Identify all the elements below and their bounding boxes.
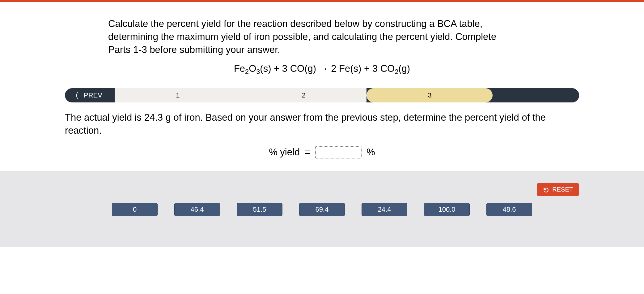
prev-label: PREV: [84, 91, 102, 99]
eq-sub: 2: [395, 68, 398, 76]
eq-part: Fe: [234, 63, 245, 74]
undo-icon: [543, 187, 549, 193]
chevron-left-icon: ⟨: [75, 91, 78, 100]
yield-unit: %: [366, 147, 375, 158]
eq-sub: 3: [256, 68, 260, 76]
yield-drop-target[interactable]: [315, 146, 362, 158]
answer-tile[interactable]: 24.4: [362, 203, 407, 216]
eq-sub: 2: [245, 68, 249, 76]
step-tab-1[interactable]: 1: [115, 88, 241, 102]
reset-label: RESET: [552, 186, 573, 193]
step-tab-3[interactable]: 3: [366, 88, 493, 102]
reset-button[interactable]: RESET: [537, 183, 579, 196]
equals-sign: =: [305, 147, 310, 158]
chemical-equation: Fe2O3(s) + 3 CO(g) → 2 Fe(s) + 3 CO2(g): [65, 63, 579, 76]
answer-tile[interactable]: 46.4: [174, 203, 220, 216]
answer-tile[interactable]: 0: [112, 203, 158, 216]
eq-part: (g): [398, 63, 410, 74]
eq-part: (s) + 3 CO(g) → 2 Fe(s) + 3 CO: [260, 63, 395, 74]
question-intro: Calculate the percent yield for the reac…: [65, 17, 579, 56]
content-area: Calculate the percent yield for the reac…: [0, 2, 644, 247]
answer-tile[interactable]: 48.6: [486, 203, 532, 216]
answer-tile[interactable]: 100.0: [424, 203, 470, 216]
prev-button[interactable]: ⟨ PREV: [65, 88, 115, 102]
step-tab-2[interactable]: 2: [241, 88, 367, 102]
eq-part: O: [249, 63, 256, 74]
yield-label: % yield: [269, 147, 300, 158]
answer-tile[interactable]: 69.4: [299, 203, 345, 216]
step-prompt: The actual yield is 24.3 g of iron. Base…: [65, 111, 579, 137]
step-navigation: ⟨ PREV 1 2 3: [65, 88, 579, 102]
answer-tile[interactable]: 51.5: [237, 203, 282, 216]
yield-equation-row: % yield = %: [65, 146, 579, 158]
answer-tiles-row: 0 46.4 51.5 69.4 24.4 100.0 48.6: [65, 203, 579, 216]
answer-tile-area: RESET 0 46.4 51.5 69.4 24.4 100.0 48.6: [0, 171, 644, 247]
nav-tail: [493, 88, 579, 102]
